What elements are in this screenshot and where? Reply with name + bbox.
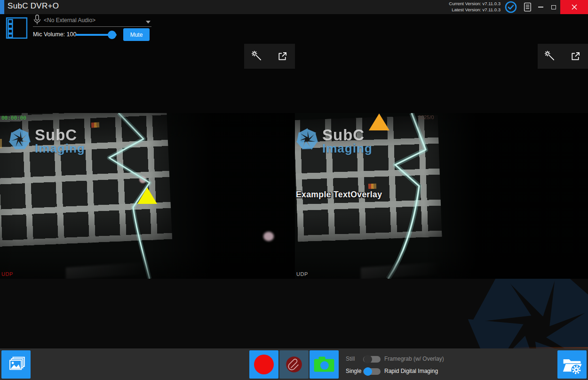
toggle-knob — [364, 367, 372, 376]
close-button[interactable] — [560, 0, 588, 14]
microphone-icon — [33, 14, 41, 26]
audio-device-underline — [33, 26, 151, 27]
minimize-button[interactable] — [534, 0, 547, 14]
aperture-logo-icon — [8, 127, 32, 152]
maximize-icon — [551, 5, 556, 9]
subc-watermark: SubC Imaging — [8, 127, 85, 154]
protocol-label: UDP — [296, 271, 308, 277]
datestamp-overlay: 2025/0 — [418, 114, 434, 120]
video-feed-right: 2025/0 SubC Imaging — [295, 113, 588, 279]
app-window: SubC DVR+O Current Version: v7.11.0.3 La… — [0, 0, 588, 380]
framegrab-label: Framegrab (w/ Overlay) — [384, 356, 444, 362]
watermark-text-2: Imaging — [322, 142, 373, 154]
latest-version-text: Latest Version: v7.11.0.3 — [449, 7, 501, 13]
edge-artifact — [0, 139, 2, 148]
snapshot-button[interactable] — [310, 350, 339, 379]
gallery-icon — [6, 355, 26, 374]
clip-recording-button[interactable] — [279, 350, 309, 379]
still-label: Still — [346, 356, 355, 362]
magic-wand-icon — [545, 51, 556, 62]
video-source-icon[interactable] — [6, 17, 28, 39]
right-feed-toolbar — [538, 44, 588, 69]
single-label: Single — [346, 368, 361, 374]
close-icon — [572, 4, 577, 10]
background-aperture-logo — [441, 279, 588, 348]
popout-window-button[interactable] — [270, 44, 295, 69]
audio-device-select[interactable]: <No External Audio> — [44, 17, 95, 24]
chevron-down-icon[interactable] — [146, 21, 151, 24]
yellow-triangle-marker — [137, 187, 157, 204]
version-info: Current Version: v7.11.0.3 Latest Versio… — [449, 1, 501, 13]
external-link-icon — [277, 51, 288, 62]
record-button[interactable] — [249, 350, 278, 379]
timestamp-overlay: 00:00:00 — [1, 115, 26, 121]
paperclip-icon — [283, 353, 305, 376]
watermark-text-1: SubC — [322, 128, 373, 142]
camera-icon — [313, 356, 335, 373]
popout-window-button[interactable] — [563, 44, 588, 69]
protocol-label: UDP — [1, 271, 13, 277]
title-accent — [0, 0, 4, 14]
orange-triangle-marker — [369, 113, 389, 130]
lower-panel — [0, 279, 588, 348]
folder-gear-icon — [561, 355, 583, 375]
framegrab-toggle[interactable] — [363, 356, 381, 363]
record-icon — [254, 355, 274, 374]
current-version-text: Current Version: v7.11.0.3 — [449, 1, 501, 7]
video-feed-left: 00:00:00 SubC Imaging — [0, 113, 295, 279]
title-bar: SubC DVR+O Current Version: v7.11.0.3 La… — [0, 0, 588, 14]
external-link-icon — [570, 51, 581, 62]
check-circle-icon — [505, 1, 517, 13]
watermark-text-1: SubC — [35, 128, 85, 142]
rapid-imaging-label: Rapid Digital Imaging — [384, 368, 438, 374]
enhance-wand-button[interactable] — [538, 44, 563, 69]
floating-particle — [263, 232, 274, 241]
watermark-text-2: Imaging — [35, 142, 85, 154]
example-text-overlay: Example TextOverlay — [296, 190, 382, 200]
app-title: SubC DVR+O — [8, 1, 59, 11]
release-notes-button[interactable] — [520, 0, 534, 14]
notes-icon — [523, 2, 532, 12]
mic-volume-slider-knob[interactable] — [108, 31, 116, 39]
bottom-bar: Still Framegrab (w/ Overlay) Single Rapi… — [0, 348, 588, 380]
video-area: 00:00:00 SubC Imaging — [0, 113, 588, 279]
update-check-button[interactable] — [504, 0, 518, 14]
enhance-wand-button[interactable] — [244, 44, 270, 69]
maximize-button[interactable] — [548, 0, 560, 14]
toggle-knob — [364, 355, 372, 364]
subc-watermark: SubC Imaging — [295, 127, 373, 154]
mute-button[interactable]: Mute — [123, 28, 150, 41]
gallery-button[interactable] — [1, 350, 31, 379]
mic-volume-label: Mic Volume: 100 — [33, 31, 76, 38]
minimize-icon — [538, 7, 543, 8]
rapid-imaging-toggle[interactable] — [363, 368, 381, 375]
left-feed-toolbar — [244, 44, 295, 69]
aperture-logo-icon — [295, 127, 319, 152]
file-settings-button[interactable] — [557, 350, 587, 379]
magic-wand-icon — [252, 51, 262, 62]
